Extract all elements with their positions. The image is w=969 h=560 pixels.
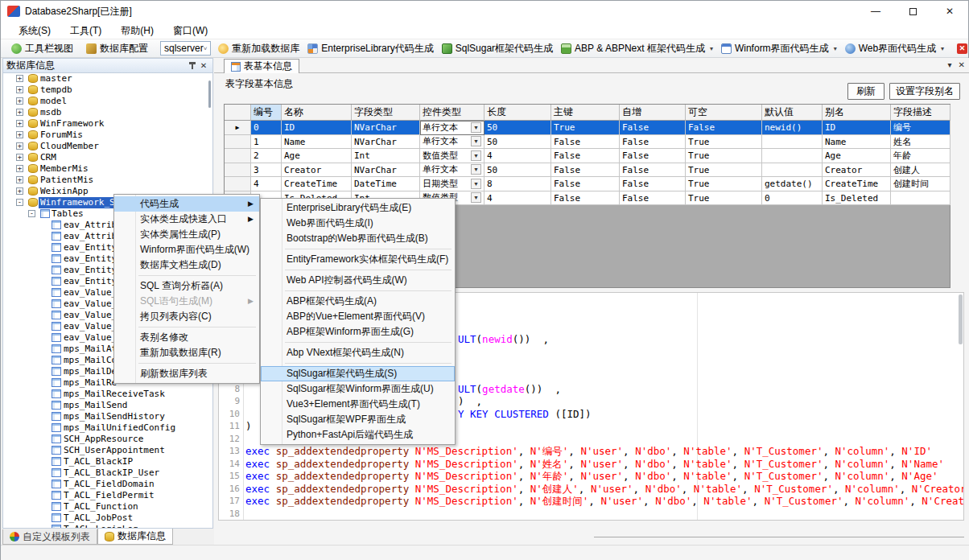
menubar-item-2[interactable]: 帮助(H): [111, 22, 163, 39]
grid-column-header[interactable]: 名称: [282, 105, 352, 121]
chevron-down-icon[interactable]: ▼: [471, 179, 481, 189]
menu-item-5[interactable]: SQL 查询分析器(A): [114, 278, 259, 294]
menu-item-11[interactable]: Vue3+Element界面代码生成(T): [261, 397, 455, 412]
grid-column-header[interactable]: 主键: [551, 105, 620, 121]
collapse-minus-icon[interactable]: -: [28, 210, 35, 217]
chevron-down-icon[interactable]: ▼: [471, 192, 481, 203]
abp-codegen-button[interactable]: ABP & ABPNext 框架代码生成▾: [557, 40, 717, 57]
winform-codegen-button[interactable]: Winform界面代码生成▾: [717, 40, 841, 57]
tree-item-sch_userappointment[interactable]: SCH_UserAppointment: [3, 445, 212, 456]
expand-plus-icon[interactable]: +: [16, 187, 23, 195]
close-button[interactable]: ✕: [931, 1, 968, 22]
table-row[interactable]: 4CreateTimeDateTime日期类型▼8FalseFalseTrueg…: [225, 177, 950, 191]
menu-item-9[interactable]: 重新加载数据库(R): [114, 345, 259, 360]
minimize-button[interactable]: —: [857, 1, 894, 22]
grid-column-header[interactable]: 编号: [251, 105, 282, 121]
pin-icon[interactable]: [187, 60, 198, 72]
bottom-tab-1[interactable]: 数据库信息: [97, 529, 173, 545]
tree-item-mps_mailsendhistory[interactable]: mps_MailSendHistory: [3, 411, 212, 422]
chevron-down-icon[interactable]: ▼: [471, 164, 481, 175]
menubar-item-0[interactable]: 系统(S): [9, 22, 60, 39]
toolbar-view-button[interactable]: 工具栏视图: [7, 40, 77, 57]
menu-item-5[interactable]: ABP框架代码生成(A): [261, 294, 455, 309]
tree-item-mps_mailunifiedconfig[interactable]: mps_MailUnifiedConfig: [3, 422, 212, 434]
tree-item-msdb[interactable]: +msdb: [3, 107, 212, 118]
menubar-item-1[interactable]: 工具(T): [60, 22, 111, 39]
tree-item-patientmis[interactable]: +PatientMis: [3, 175, 212, 186]
table-row[interactable]: 1NameNVarChar单行文本▼50FalseFalseTrueName姓名: [225, 135, 950, 150]
editor-scrollbar-thumb[interactable]: [959, 294, 963, 344]
refresh-button[interactable]: 刷新: [847, 83, 884, 100]
reload-database-button[interactable]: 重新加载数据库: [214, 40, 303, 57]
expand-plus-icon[interactable]: +: [16, 165, 23, 172]
grid-corner-cell[interactable]: [225, 105, 251, 121]
tree-item-t_acl_function[interactable]: T_ACL_Function: [3, 501, 212, 513]
grid-column-header[interactable]: 长度: [484, 105, 551, 121]
table-row[interactable]: ▶0IDNVarChar单行文本▼50TrueFalseFalsenewid()…: [225, 121, 950, 135]
grid-column-header[interactable]: 字段类型: [352, 105, 420, 121]
expand-plus-icon[interactable]: +: [16, 75, 23, 82]
tree-item-t_acl_blackip_user[interactable]: T_ACL_BlackIP_User: [3, 467, 212, 479]
menu-item-2[interactable]: 实体类属性生成(P): [114, 227, 259, 242]
chevron-down-icon[interactable]: ▼: [471, 136, 481, 146]
exit-button[interactable]: ✕退出: [953, 40, 969, 57]
maximize-button[interactable]: [894, 1, 931, 22]
expand-plus-icon[interactable]: +: [16, 109, 23, 116]
tab-table-basic-info[interactable]: 表基本信息: [224, 59, 299, 73]
menubar-item-3[interactable]: 窗口(W): [163, 22, 217, 39]
menu-item-12[interactable]: SqlSugar框架WPF界面生成: [261, 412, 455, 427]
menu-item-8[interactable]: Abp VNext框架代码生成(N): [261, 345, 455, 360]
tab-close-icon[interactable]: ✕: [959, 60, 965, 69]
menu-item-1[interactable]: 实体类生成快速入口▶: [114, 212, 259, 227]
grid-column-header[interactable]: 默认值: [762, 105, 823, 121]
tree-item-mps_mailreceivetask[interactable]: mps_MailReceiveTask: [3, 389, 212, 400]
tree-item-membermis[interactable]: +MemberMis: [3, 163, 212, 175]
expand-plus-icon[interactable]: +: [16, 131, 23, 138]
menu-item-3[interactable]: Winform界面代码生成(W): [114, 242, 259, 257]
menu-item-8[interactable]: 表别名修改: [114, 330, 259, 345]
bottom-tab-0[interactable]: 自定义模板列表: [2, 529, 97, 545]
tree-item-mps_mailsend[interactable]: mps_MailSend: [3, 400, 212, 411]
menu-item-7[interactable]: ABP框架Winform界面生成(G): [261, 324, 455, 340]
menu-item-3[interactable]: EntityFramework实体框架代码生成(F): [261, 252, 455, 267]
tab-list-dropdown-icon[interactable]: ▾: [948, 60, 952, 69]
grid-column-header[interactable]: 字段描述: [891, 105, 950, 121]
tree-item-sch_appresource[interactable]: SCH_AppResource: [3, 434, 212, 445]
menu-item-10[interactable]: SqlSugar框架Winform界面生成(U): [261, 381, 455, 397]
expand-plus-icon[interactable]: +: [16, 142, 23, 150]
menu-item-1[interactable]: Web界面代码生成(I): [261, 216, 455, 231]
web-codegen-button[interactable]: Web界面代码生成▾: [841, 40, 948, 57]
sqlsugar-codegen-button[interactable]: SqlSugar框架代码生成: [438, 40, 557, 57]
menu-item-4[interactable]: 数据库文档生成(D): [114, 257, 259, 273]
tree-item-forummis[interactable]: +ForumMis: [3, 130, 212, 141]
tree-item-master[interactable]: +master: [3, 73, 212, 84]
expand-plus-icon[interactable]: +: [16, 86, 23, 93]
menu-item-7[interactable]: 拷贝列表内容(C): [114, 309, 259, 324]
tree-item-model[interactable]: +model: [3, 96, 212, 107]
tree-item-crm[interactable]: +CRM: [3, 152, 212, 163]
collapse-minus-icon[interactable]: -: [16, 199, 23, 206]
menu-item-4[interactable]: Web API控制器代码生成(W): [261, 273, 455, 288]
tree-item-t_acl_fieldpermit[interactable]: T_ACL_FieldPermit: [3, 490, 212, 501]
entlib-codegen-button[interactable]: EnterpriseLibrary代码生成: [303, 40, 437, 57]
chevron-down-icon[interactable]: ▼: [471, 150, 481, 161]
grid-column-header[interactable]: 控件类型: [420, 105, 484, 121]
expand-plus-icon[interactable]: +: [16, 120, 23, 127]
menu-item-9[interactable]: SqlSugar框架代码生成(S): [261, 366, 455, 381]
tree-item-cloudmember[interactable]: +CloudMember: [3, 141, 212, 152]
tree-scrollbar[interactable]: [208, 80, 211, 108]
table-row[interactable]: 2AgeInt数值类型▼4FalseFalseTrueAge年龄: [225, 149, 950, 163]
grid-column-header[interactable]: 别名: [823, 105, 891, 121]
tree-item-t_acl_blackip[interactable]: T_ACL_BlackIP: [3, 456, 212, 467]
horizontal-splitter[interactable]: [594, 537, 964, 537]
menu-item-0[interactable]: EnterpriseLibrary代码生成(E): [261, 200, 455, 216]
expand-plus-icon[interactable]: +: [16, 154, 23, 161]
tree-item-t_acl_fielddomain[interactable]: T_ACL_FieldDomain: [3, 479, 212, 490]
menu-item-0[interactable]: 代码生成▶: [114, 196, 259, 212]
tree-item-winframework[interactable]: +WinFramework: [3, 118, 212, 130]
close-panel-icon[interactable]: ✕: [198, 60, 209, 72]
menu-item-10[interactable]: 刷新数据库列表: [114, 366, 259, 381]
menu-item-6[interactable]: ABP的Vue+Element界面代码(V): [261, 309, 455, 324]
tree-item-tempdb[interactable]: +tempdb: [3, 84, 212, 96]
menu-item-13[interactable]: Python+FastApi后端代码生成: [261, 427, 455, 443]
